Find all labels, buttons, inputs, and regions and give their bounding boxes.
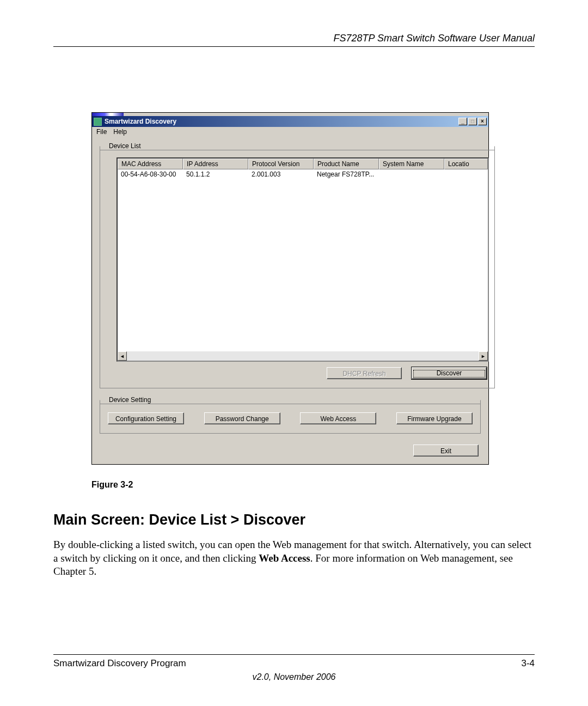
cell-sysname bbox=[379, 171, 444, 178]
col-ip[interactable]: IP Address bbox=[183, 159, 248, 169]
cell-product: Netgear FS728TP... bbox=[314, 171, 379, 178]
configuration-setting-button[interactable]: Configuration Setting bbox=[108, 412, 184, 424]
menu-file[interactable]: File bbox=[96, 128, 107, 136]
password-change-button[interactable]: Password Change bbox=[204, 412, 280, 424]
window-title: Smartwizard Discovery bbox=[105, 118, 176, 125]
section-heading: Main Screen: Device List > Discover bbox=[53, 512, 535, 528]
device-list[interactable]: MAC Address IP Address Protocol Version … bbox=[117, 157, 489, 362]
window-deco bbox=[92, 113, 124, 116]
menubar: File Help bbox=[92, 127, 488, 138]
col-product[interactable]: Product Name bbox=[314, 159, 379, 169]
body-paragraph: By double-clicking a listed switch, you … bbox=[53, 538, 535, 579]
app-icon bbox=[94, 118, 102, 126]
footer-right: 3-4 bbox=[521, 658, 535, 669]
col-mac[interactable]: MAC Address bbox=[118, 159, 183, 169]
scroll-right-icon[interactable]: ► bbox=[479, 351, 488, 361]
doc-header-title: FS728TP Smart Switch Software User Manua… bbox=[53, 33, 535, 46]
exit-button[interactable]: Exit bbox=[413, 445, 479, 457]
group-device-list-label: Device List bbox=[107, 142, 143, 150]
header-rule bbox=[53, 46, 535, 47]
cell-ip: 50.1.1.2 bbox=[183, 171, 248, 178]
cell-location bbox=[444, 171, 488, 178]
col-sysname[interactable]: System Name bbox=[379, 159, 444, 169]
group-device-list: Device List MAC Address IP Address Proto… bbox=[100, 142, 495, 388]
firmware-upgrade-button[interactable]: Firmware Upgrade bbox=[396, 412, 473, 424]
titlebar[interactable]: Smartwizard Discovery _ □ × bbox=[92, 116, 488, 127]
scroll-left-icon[interactable]: ◄ bbox=[118, 351, 127, 361]
web-access-button[interactable]: Web Access bbox=[300, 412, 376, 424]
list-row[interactable]: 00-54-A6-08-30-00 50.1.1.2 2.001.003 Net… bbox=[118, 169, 488, 178]
figure-caption: Figure 3-2 bbox=[91, 480, 489, 490]
minimize-button[interactable]: _ bbox=[458, 118, 467, 125]
cell-mac: 00-54-A6-08-30-00 bbox=[118, 171, 183, 178]
scroll-track[interactable] bbox=[127, 351, 479, 361]
col-proto[interactable]: Protocol Version bbox=[248, 159, 314, 169]
footer-rule bbox=[53, 654, 535, 655]
discover-button[interactable]: Discover bbox=[412, 367, 487, 379]
menu-help[interactable]: Help bbox=[113, 128, 127, 136]
list-header: MAC Address IP Address Protocol Version … bbox=[118, 159, 488, 169]
footer-left: Smartwizard Discovery Program bbox=[53, 658, 186, 669]
close-button[interactable]: × bbox=[478, 118, 487, 125]
footer-version: v2.0, November 2006 bbox=[53, 672, 535, 682]
maximize-button: □ bbox=[468, 118, 477, 125]
body-text-bold: Web Access bbox=[259, 552, 310, 564]
cell-proto: 2.001.003 bbox=[248, 171, 314, 178]
group-device-setting: Device Setting Configuration Setting Pas… bbox=[100, 396, 481, 434]
horizontal-scrollbar[interactable]: ◄ ► bbox=[118, 351, 488, 361]
app-window: Smartwizard Discovery _ □ × File Help De… bbox=[91, 112, 489, 465]
page-footer: Smartwizard Discovery Program 3-4 v2.0, … bbox=[53, 654, 535, 682]
group-device-setting-label: Device Setting bbox=[107, 396, 153, 404]
dhcp-refresh-button: DHCP Refresh bbox=[327, 367, 402, 379]
col-location[interactable]: Locatio bbox=[444, 159, 488, 169]
